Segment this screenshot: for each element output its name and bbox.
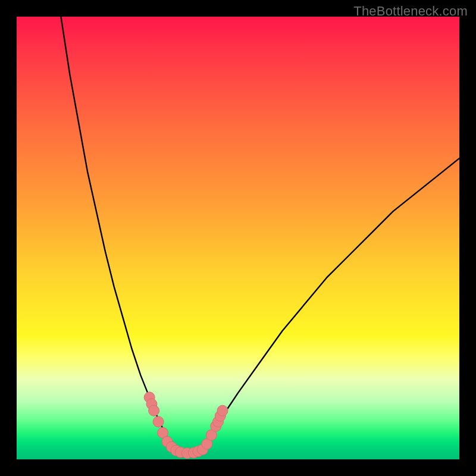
data-marker — [149, 405, 159, 416]
chart-plot-area — [17, 17, 459, 459]
curve-layer — [61, 17, 459, 454]
marker-layer — [144, 392, 228, 459]
chart-frame: TheBottleneck.com — [0, 0, 476, 476]
chart-svg — [17, 17, 459, 459]
data-marker — [217, 405, 228, 416]
bottleneck-curve — [61, 17, 459, 454]
data-marker — [153, 416, 164, 427]
watermark-text: TheBottleneck.com — [353, 4, 468, 19]
